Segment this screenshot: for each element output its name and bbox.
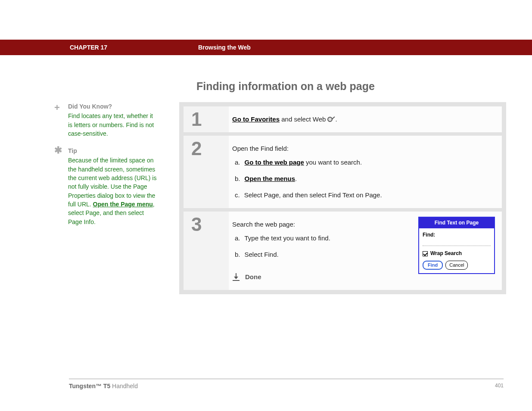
tip-head: Tip <box>68 146 158 155</box>
substep: b. Open the menus. <box>235 174 495 184</box>
page-footer: Tungsten™ T5 Handheld 401 <box>69 379 504 389</box>
cancel-button[interactable]: Cancel <box>445 261 468 270</box>
go-to-web-page-link[interactable]: Go to the web page <box>245 159 304 166</box>
web-icon <box>327 117 335 123</box>
steps-container: 1 Go to Favorites and select Web . 2 Ope… <box>179 102 506 294</box>
find-button[interactable]: Find <box>423 261 443 270</box>
asterisk-icon: ✱ <box>54 146 64 225</box>
step-number: 3 <box>184 212 229 290</box>
dyk-head: Did You Know? <box>68 102 158 111</box>
substep: b. Select Find. <box>235 249 412 260</box>
tip: ✱ Tip Because of the limited space on th… <box>54 146 158 226</box>
substep: a. Go to the web page you want to search… <box>235 157 495 168</box>
chapter-label: CHAPTER 17 <box>70 40 196 55</box>
step-2: 2 Open the Find field: a. Go to the web … <box>184 136 502 208</box>
plus-icon: + <box>54 103 64 139</box>
did-you-know: + Did You Know? Find locates any text, w… <box>54 102 158 138</box>
find-input[interactable] <box>423 240 491 246</box>
step-3-intro: Search the web page: <box>232 219 412 230</box>
section-title: Finding information on a web page <box>196 80 506 93</box>
wrap-search-checkbox[interactable]: Wrap Search <box>423 249 491 258</box>
go-to-favorites-link[interactable]: Go to Favorites <box>232 115 280 123</box>
step-2-intro: Open the Find field: <box>232 143 495 154</box>
page-number: 401 <box>495 383 504 389</box>
chapter-title: Browsing the Web <box>198 40 251 55</box>
dialog-title: Find Text on Page <box>419 218 494 228</box>
step-number: 2 <box>184 136 229 208</box>
substep: c. Select Page, and then select Find Tex… <box>235 190 495 200</box>
checkbox-icon <box>423 251 428 256</box>
dyk-body: Find locates any text, whether it is let… <box>68 112 158 138</box>
chapter-header: CHAPTER 17 Browsing the Web <box>0 40 532 55</box>
find-dialog: Find Text on Page Find: Wrap Search Find… <box>418 217 495 274</box>
step-1-text: Go to Favorites and select Web . <box>232 114 495 125</box>
step-3: 3 Search the web page: a. Type the text … <box>184 212 502 290</box>
product-name: Tungsten™ T5 Handheld <box>69 383 138 389</box>
tip-body: Because of the limited space on the hand… <box>68 156 158 226</box>
done-indicator: Done <box>232 272 412 282</box>
done-icon <box>232 273 240 281</box>
find-label: Find: <box>423 231 491 239</box>
open-page-menu-link[interactable]: Open the Page menu <box>93 201 153 208</box>
step-1: 1 Go to Favorites and select Web . <box>184 106 502 132</box>
open-menus-link[interactable]: Open the menus <box>245 175 296 182</box>
sidebar: + Did You Know? Find locates any text, w… <box>54 102 158 294</box>
substep: a. Type the text you want to find. <box>235 233 412 243</box>
done-label: Done <box>245 272 261 282</box>
step-number: 1 <box>184 106 229 132</box>
